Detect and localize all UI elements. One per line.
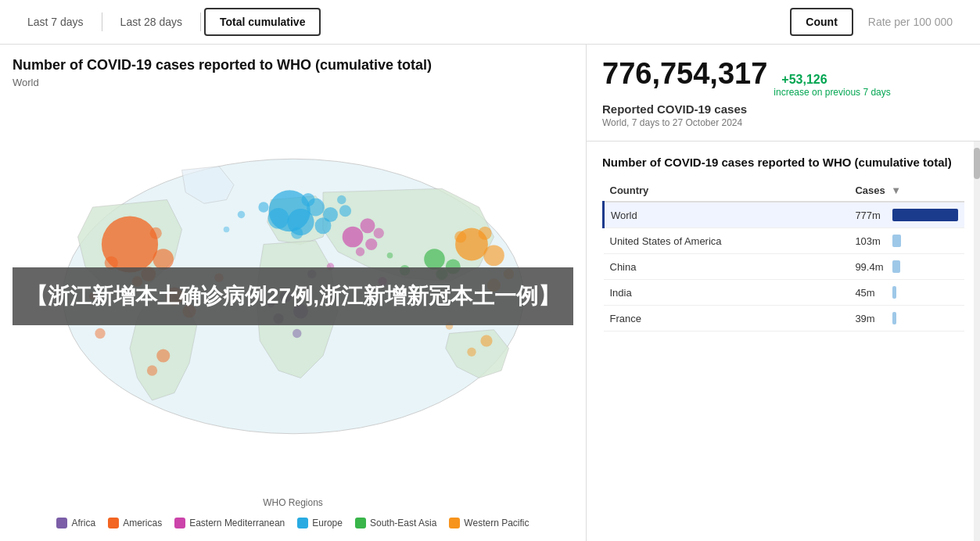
tab-divider-2 xyxy=(200,13,201,31)
svg-point-14 xyxy=(365,238,377,249)
svg-point-51 xyxy=(95,328,105,338)
svg-point-27 xyxy=(153,249,174,270)
legend-eastern-med: Eastern Mediterranean xyxy=(174,518,285,528)
delta-value: +53,126 xyxy=(781,73,827,86)
col-country: Country xyxy=(604,180,849,202)
cell-cases: 103m xyxy=(849,228,964,254)
col-cases[interactable]: Cases ▼ xyxy=(849,180,964,202)
table-box: Number of COVID-19 cases reported to WHO… xyxy=(587,142,980,541)
bar-fill xyxy=(892,209,958,221)
overlay-banner: 【浙江新增本土确诊病例27例,浙江新增新冠本土一例】 xyxy=(13,267,573,325)
svg-point-11 xyxy=(337,195,346,203)
cell-country: China xyxy=(604,254,849,280)
header-tabs: Last 7 days Last 28 days Total cumulativ… xyxy=(0,0,980,45)
bar-track xyxy=(892,260,958,273)
svg-point-9 xyxy=(258,202,268,212)
bar-value: 777m xyxy=(855,210,886,221)
svg-point-6 xyxy=(267,207,289,228)
svg-point-8 xyxy=(291,227,303,238)
table-scroll[interactable]: Country Cases ▼ World777mUnited States o… xyxy=(602,180,964,541)
bar-fill xyxy=(892,260,900,273)
cell-country: France xyxy=(604,306,849,331)
svg-point-10 xyxy=(314,217,331,234)
delta-group: +53,126 increase on previous 7 days xyxy=(774,73,890,98)
svg-point-13 xyxy=(360,218,375,233)
legend-label-western-pac: Western Pacific xyxy=(464,518,529,528)
main-content: Number of COVID-19 cases reported to WHO… xyxy=(0,45,980,541)
legend-europe: Europe xyxy=(297,518,343,528)
table-row[interactable]: China99.4m xyxy=(604,254,965,280)
table-row[interactable]: World777m xyxy=(604,202,965,228)
bar-value: 45m xyxy=(855,287,886,299)
svg-point-37 xyxy=(293,328,301,337)
svg-point-44 xyxy=(237,210,245,218)
stats-number-row: 776,754,317 +53,126 increase on previous… xyxy=(602,57,964,98)
legend-label-sea: South-East Asia xyxy=(370,518,436,528)
cases-table: Country Cases ▼ World777mUnited States o… xyxy=(602,180,964,331)
svg-point-23 xyxy=(454,231,466,242)
legend-dot-western-pac xyxy=(449,518,460,528)
bar-fill xyxy=(892,235,901,247)
map-container: 【浙江新增本土确诊病例27例,浙江新增新冠本土一例】 xyxy=(13,95,573,497)
bar-track xyxy=(892,235,958,247)
chart-subtitle: World xyxy=(13,77,573,88)
svg-point-31 xyxy=(149,227,161,238)
table-row[interactable]: India45m xyxy=(604,280,965,306)
bar-fill xyxy=(892,286,896,299)
table-title: Number of COVID-19 cases reported to WHO… xyxy=(602,154,964,170)
tab-last28[interactable]: Last 28 days xyxy=(106,9,197,35)
legend-africa: Africa xyxy=(56,518,95,528)
legend-label-europe: Europe xyxy=(312,518,343,528)
scroll-indicator xyxy=(974,142,980,541)
tab-last7[interactable]: Last 7 days xyxy=(13,9,99,35)
scroll-thumb xyxy=(974,148,980,179)
stats-label: Reported COVID-19 cases xyxy=(602,102,964,116)
delta-label: increase on previous 7 days xyxy=(774,87,890,98)
right-panel: 776,754,317 +53,126 increase on previous… xyxy=(587,45,980,541)
cell-country: United States of America xyxy=(604,228,849,254)
big-number: 776,754,317 xyxy=(602,57,767,91)
legend-sea: South-East Asia xyxy=(355,518,436,528)
left-panel: Number of COVID-19 cases reported to WHO… xyxy=(0,45,587,541)
time-tab-group: Last 7 days Last 28 days Total cumulativ… xyxy=(13,8,321,36)
svg-point-22 xyxy=(478,226,491,239)
table-row[interactable]: France39m xyxy=(604,306,965,331)
stats-meta: World, 7 days to 27 October 2024 xyxy=(602,117,964,128)
legend-label-americas: Americas xyxy=(123,518,162,528)
legend-label-africa: Africa xyxy=(71,518,95,528)
legend-dot-europe xyxy=(297,518,308,528)
table-row[interactable]: United States of America103m xyxy=(604,228,965,254)
cell-cases: 777m xyxy=(849,202,964,228)
cell-country: World xyxy=(604,202,849,228)
svg-point-15 xyxy=(355,247,364,256)
svg-point-5 xyxy=(339,205,350,217)
svg-point-53 xyxy=(467,347,476,356)
cell-cases: 45m xyxy=(849,280,964,306)
sort-arrow: ▼ xyxy=(891,185,901,196)
svg-point-43 xyxy=(386,252,393,258)
svg-point-21 xyxy=(483,245,504,266)
cell-cases: 39m xyxy=(849,306,964,331)
metric-count[interactable]: Count xyxy=(790,8,853,36)
tab-divider xyxy=(102,13,102,31)
legend-dot-americas xyxy=(108,518,119,528)
svg-point-12 xyxy=(342,226,363,247)
svg-point-49 xyxy=(146,365,156,375)
svg-point-7 xyxy=(301,192,314,206)
bar-value: 103m xyxy=(855,235,886,247)
bar-track xyxy=(892,312,958,324)
metric-group: Count Rate per 100 000 xyxy=(790,8,967,36)
who-regions-label: WHO Regions xyxy=(13,497,573,508)
legend-dot-eastern-med xyxy=(174,518,185,528)
svg-point-17 xyxy=(424,249,445,270)
chart-title: Number of COVID-19 cases reported to WHO… xyxy=(13,57,573,73)
legend-dot-sea xyxy=(355,518,366,528)
svg-point-48 xyxy=(156,349,170,362)
legend-label-eastern-med: Eastern Mediterranean xyxy=(189,518,285,528)
svg-point-52 xyxy=(480,335,492,346)
metric-rate[interactable]: Rate per 100 000 xyxy=(853,9,967,35)
legend-americas: Americas xyxy=(108,518,162,528)
stats-box: 776,754,317 +53,126 increase on previous… xyxy=(587,45,980,142)
bar-value: 99.4m xyxy=(855,261,886,273)
tab-total[interactable]: Total cumulative xyxy=(204,8,321,36)
